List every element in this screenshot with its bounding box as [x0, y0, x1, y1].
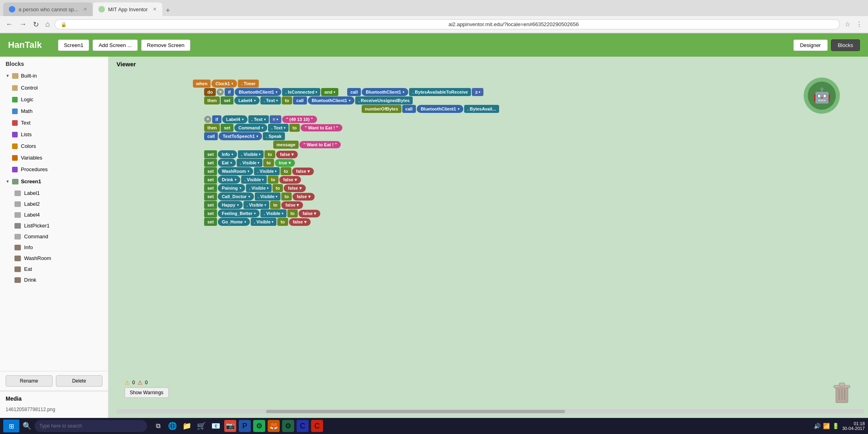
feelingbetter-pill[interactable]: Feeling_Better ▾	[218, 209, 260, 217]
component-label1[interactable]: Label1	[0, 188, 108, 199]
app1-button[interactable]: 📧	[210, 420, 222, 432]
sidebar-item-control[interactable]: Control	[0, 82, 108, 94]
false-val2[interactable]: false ▾	[292, 168, 314, 175]
blocks-workspace[interactable]: 🤖 when Clock1 ▾ . Timer do �	[117, 76, 864, 414]
component-listpicker1[interactable]: ListPicker1	[0, 220, 108, 231]
bluetooth-client1-call3[interactable]: BluetoothClient1 ▾	[417, 105, 463, 113]
edge-button[interactable]: 🌐	[166, 420, 178, 432]
info-pill[interactable]: Info ▾	[218, 150, 237, 158]
scroll-thumb[interactable]	[266, 410, 565, 413]
feelingbetter-visible-prop[interactable]: . Visible ▾	[260, 209, 286, 217]
gte-block[interactable]: ≥ ▾	[472, 88, 483, 96]
want-to-eat-text[interactable]: " Want to Eat ! "	[301, 124, 342, 131]
app8-button[interactable]: C	[311, 420, 323, 432]
then-keyword1[interactable]: then	[204, 96, 220, 104]
app7-button[interactable]: C	[297, 420, 309, 432]
call-keyword1[interactable]: call	[347, 88, 361, 96]
set-paining-visible[interactable]: set	[204, 184, 217, 192]
message-label[interactable]: message	[273, 141, 299, 149]
false-val3[interactable]: false ▾	[279, 176, 301, 184]
new-tab-button[interactable]: +	[162, 5, 174, 16]
to-keyword2[interactable]: to	[289, 124, 300, 132]
built-in-section[interactable]: ▼ Built-in	[0, 70, 108, 82]
sidebar-item-colors[interactable]: Colors	[0, 140, 108, 152]
screen1-button[interactable]: Screen1	[58, 39, 89, 51]
do-keyword[interactable]: do	[204, 88, 216, 96]
app3-button[interactable]: P	[239, 420, 251, 432]
text-prop1[interactable]: . Text ▾	[260, 96, 281, 104]
bytes-available-block[interactable]: . BytesAvailableToReceive	[409, 88, 471, 96]
sidebar-item-procedures[interactable]: Procedures	[0, 164, 108, 175]
bluetooth-client1-call1[interactable]: BluetoothClient1 ▾	[362, 88, 408, 96]
if-keyword2[interactable]: if	[212, 115, 221, 123]
set-happy-visible[interactable]: set	[204, 201, 217, 209]
calldoctor-visible-prop[interactable]: . Visible ▾	[255, 192, 280, 201]
blocks-button[interactable]: Blocks	[831, 39, 860, 51]
info-visible-prop[interactable]: . Visible ▾	[238, 150, 264, 158]
home-button[interactable]: ⌂	[44, 18, 51, 30]
clock1-block[interactable]: Clock1 ▾	[211, 80, 237, 88]
number-of-bytes-label[interactable]: numberOfBytes	[362, 105, 401, 113]
add-screen-button[interactable]: Add Screen ...	[92, 39, 137, 51]
component-command[interactable]: Command	[0, 231, 108, 242]
gohome-visible-prop[interactable]: . Visible ▾	[251, 218, 276, 226]
call-keyword3[interactable]: call	[402, 105, 416, 113]
set-gohome-visible[interactable]: set	[204, 218, 217, 226]
eye2[interactable]: 👁	[204, 116, 211, 123]
set-feelingbetter-visible[interactable]: set	[204, 209, 217, 217]
component-label4[interactable]: Label4	[0, 209, 108, 220]
set-keyword2[interactable]: set	[221, 124, 233, 132]
if-keyword[interactable]: if	[225, 88, 234, 96]
timer-block[interactable]: . Timer	[238, 80, 259, 88]
command-block[interactable]: Command ▾	[234, 124, 267, 132]
set-keyword1[interactable]: set	[221, 96, 233, 104]
address-bar[interactable]: 🔒 ai2.appinventor.mit.edu/?locale=en#663…	[55, 19, 840, 29]
rename-button[interactable]: Rename	[6, 375, 53, 387]
happy-visible-prop[interactable]: . Visible ▾	[244, 201, 269, 209]
store-button[interactable]: 🛒	[195, 420, 207, 432]
set-info-visible[interactable]: set	[204, 150, 217, 158]
to-info[interactable]: to	[264, 150, 275, 158]
designer-button[interactable]: Designer	[793, 39, 828, 51]
false-val8[interactable]: false ▾	[289, 218, 311, 226]
component-drink[interactable]: Drink	[0, 274, 108, 285]
false-val7[interactable]: false ▾	[299, 210, 320, 217]
to-gohome[interactable]: to	[277, 218, 288, 226]
false-val4[interactable]: false ▾	[284, 184, 305, 192]
to-eat[interactable]: to	[263, 159, 274, 167]
delete-button[interactable]: Delete	[56, 375, 103, 387]
bluetooth-client1-block1[interactable]: BluetoothClient1 ▾	[235, 88, 281, 96]
tab-google[interactable]: a person who cannot sp... ✕	[3, 2, 93, 16]
component-info[interactable]: Info	[0, 242, 108, 253]
set-washroom-visible[interactable]: set	[204, 167, 217, 175]
screen1-section[interactable]: ▼ Screen1	[0, 175, 108, 188]
speak-block[interactable]: . Speak	[263, 132, 285, 140]
sidebar-item-text[interactable]: Text	[0, 117, 108, 129]
sidebar-item-variables[interactable]: Variables	[0, 152, 108, 164]
when-keyword[interactable]: when	[193, 80, 211, 88]
app6-button[interactable]: ⚙	[282, 420, 294, 432]
washroom-pill[interactable]: WashRoom ▾	[218, 167, 253, 175]
search-icon-btn[interactable]: 🔍	[21, 420, 33, 432]
bytes-avail2[interactable]: . BytesAvail...	[464, 105, 499, 113]
component-label2[interactable]: Label2	[0, 199, 108, 209]
washroom-visible-prop[interactable]: . Visible ▾	[254, 167, 280, 175]
horizontal-scrollbar[interactable]	[117, 409, 864, 414]
trash-icon[interactable]	[832, 381, 852, 406]
sidebar-item-lists[interactable]: Lists	[0, 129, 108, 140]
gohome-pill[interactable]: Go_Home ▾	[218, 218, 250, 226]
forward-button[interactable]: →	[18, 18, 28, 30]
paining-visible-prop[interactable]: . Visible ▾	[246, 184, 272, 192]
component-eat[interactable]: Eat	[0, 264, 108, 274]
to-keyword1[interactable]: to	[282, 96, 292, 104]
eat-pill[interactable]: Eat ▾	[218, 159, 236, 167]
app5-button[interactable]: 🦊	[268, 420, 280, 432]
text-value-491310[interactable]: " (49 13 10) "	[282, 116, 317, 123]
bookmark-button[interactable]: ☆	[843, 19, 852, 30]
isconnected-block[interactable]: . IsConnected ▾	[282, 88, 320, 96]
to-happy[interactable]: to	[270, 201, 280, 209]
to-drink[interactable]: to	[268, 176, 278, 184]
calldoctor-pill[interactable]: Call_Doctor ▾	[218, 192, 254, 201]
taskbar-search[interactable]	[35, 420, 147, 432]
drink-visible-prop[interactable]: . Visible ▾	[241, 176, 267, 184]
